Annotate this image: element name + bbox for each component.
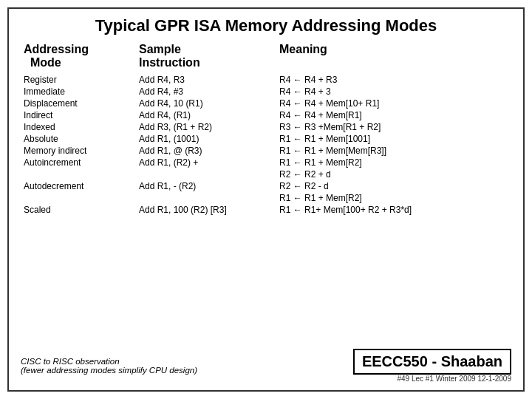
table-row: IndirectAdd R4, (R1)R4 ← R4 + Mem[R1] [21, 109, 511, 121]
cisc-line2: (fewer addressing modes simplify CPU des… [21, 366, 346, 375]
instruction-cell: Add R4, R3 [139, 75, 279, 85]
instruction-cell: Add R1, - (R2) [139, 181, 279, 191]
bottom-section: CISC to RISC observation (fewer addressi… [21, 349, 511, 383]
mode-cell [21, 193, 139, 203]
instruction-cell: Add R1, (1001) [139, 134, 279, 144]
header-instruction: SampleInstruction [139, 43, 279, 69]
instruction-cell [139, 169, 279, 180]
table-row: ImmediateAdd R4, #3R4 ← R4 + 3 [21, 86, 511, 98]
lecture-info: #49 Lec #1 Winter 2009 12-1-2009 [353, 375, 511, 383]
instruction-cell: Add R1, @ (R3) [139, 146, 279, 156]
table-row: AbsoluteAdd R1, (1001)R1 ← R1 + Mem[1001… [21, 133, 511, 145]
mode-cell: Immediate [21, 86, 139, 97]
meaning-cell: R4 ← R4 + Mem[10+ R1] [279, 98, 511, 109]
table-row: IndexedAdd R3, (R1 + R2)R3 ← R3 +Mem[R1 … [21, 121, 511, 133]
meaning-cell: R2 ← R2 + d [279, 169, 511, 180]
meaning-cell: R1 ← R1 + Mem[R2] [279, 157, 511, 168]
brand-box: EECC550 - Shaaban [353, 349, 511, 375]
instruction-cell: Add R4, 10 (R1) [139, 98, 279, 109]
page-title: Typical GPR ISA Memory Addressing Modes [21, 16, 511, 35]
mode-cell: Scaled [21, 205, 139, 215]
meaning-cell: R2 ← R2 - d [279, 181, 511, 191]
instruction-cell: Add R4, #3 [139, 86, 279, 97]
mode-cell: Displacement [21, 98, 139, 109]
meaning-cell: R4 ← R4 + R3 [279, 75, 511, 85]
bottom-left-text: CISC to RISC observation (fewer addressi… [21, 357, 346, 375]
table-row: R1 ← R1 + Mem[R2] [21, 192, 511, 204]
header-mode: Addressing Mode [21, 43, 139, 69]
instruction-cell: Add R4, (R1) [139, 110, 279, 120]
table-row: R2 ← R2 + d [21, 168, 511, 180]
meaning-cell: R1 ← R1 + Mem[R2] [279, 193, 511, 203]
instruction-cell [139, 193, 279, 203]
table-header: Addressing Mode SampleInstruction Meanin… [21, 43, 511, 69]
table-row: AutodecrementAdd R1, - (R2)R2 ← R2 - d [21, 180, 511, 192]
meaning-cell: R1 ← R1 + Mem[Mem[R3]] [279, 146, 511, 156]
brand-text: EECC550 - Shaaban [362, 353, 502, 370]
mode-cell: Memory indirect [21, 146, 139, 156]
cisc-line1: CISC to RISC observation [21, 357, 346, 366]
mode-cell: Indexed [21, 122, 139, 132]
meaning-cell: R1 ← R1+ Mem[100+ R2 + R3*d] [279, 205, 511, 215]
instruction-cell: Add R3, (R1 + R2) [139, 122, 279, 132]
table-row: DisplacementAdd R4, 10 (R1)R4 ← R4 + Mem… [21, 98, 511, 109]
mode-cell: Autodecrement [21, 181, 139, 191]
table-row: ScaledAdd R1, 100 (R2) [R3]R1 ← R1+ Mem[… [21, 204, 511, 216]
table-row: Memory indirectAdd R1, @ (R3)R1 ← R1 + M… [21, 145, 511, 157]
table-row: AutoincrementAdd R1, (R2) +R1 ← R1 + Mem… [21, 157, 511, 168]
main-container: Typical GPR ISA Memory Addressing Modes … [7, 7, 525, 392]
mode-cell: Register [21, 75, 139, 85]
meaning-cell: R1 ← R1 + Mem[1001] [279, 134, 511, 144]
table-row: RegisterAdd R4, R3R4 ← R4 + R3 [21, 74, 511, 86]
mode-cell: Absolute [21, 134, 139, 144]
mode-cell: Indirect [21, 110, 139, 120]
meaning-cell: R4 ← R4 + Mem[R1] [279, 110, 511, 120]
table-body: RegisterAdd R4, R3R4 ← R4 + R3ImmediateA… [21, 74, 511, 344]
instruction-cell: Add R1, 100 (R2) [R3] [139, 205, 279, 215]
meaning-cell: R3 ← R3 +Mem[R1 + R2] [279, 122, 511, 132]
mode-cell [21, 169, 139, 180]
mode-cell: Autoincrement [21, 157, 139, 168]
header-meaning: Meaning [279, 43, 511, 69]
bottom-right: EECC550 - Shaaban #49 Lec #1 Winter 2009… [353, 349, 511, 383]
meaning-cell: R4 ← R4 + 3 [279, 86, 511, 97]
instruction-cell: Add R1, (R2) + [139, 157, 279, 168]
